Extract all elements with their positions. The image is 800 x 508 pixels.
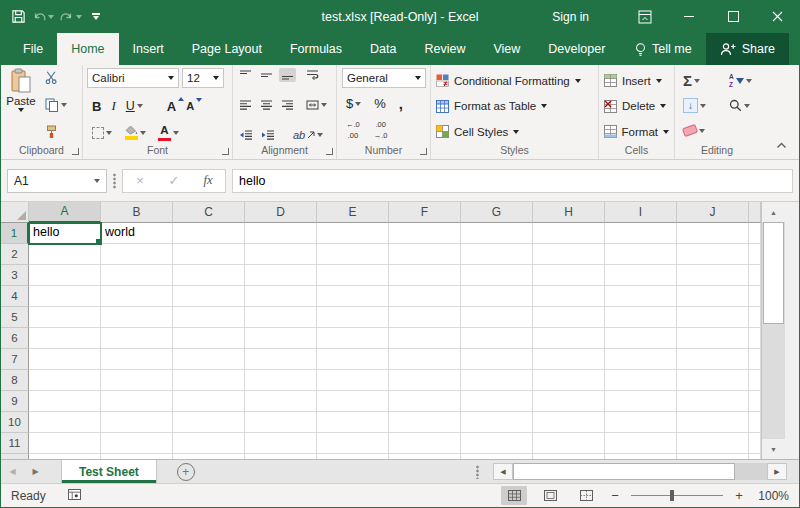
row-header-2[interactable]: 2: [1, 244, 29, 265]
cell-G12[interactable]: [461, 454, 533, 459]
cell-J6[interactable]: [677, 328, 749, 349]
scroll-down-button[interactable]: ▼: [762, 439, 785, 459]
fill-handle[interactable]: [95, 238, 101, 244]
cell-partial-12[interactable]: [749, 454, 761, 459]
cell-H3[interactable]: [533, 265, 605, 286]
cell-H5[interactable]: [533, 307, 605, 328]
undo-button[interactable]: [32, 11, 54, 23]
cell-J2[interactable]: [677, 244, 749, 265]
cell-E5[interactable]: [317, 307, 389, 328]
cell-J9[interactable]: [677, 391, 749, 412]
customize-qat-button[interactable]: [92, 13, 100, 20]
col-header-A[interactable]: A: [29, 202, 101, 223]
cell-partial-10[interactable]: [749, 412, 761, 433]
cell-partial-9[interactable]: [749, 391, 761, 412]
cell-A10[interactable]: [29, 412, 101, 433]
increase-font-size-button[interactable]: A: [165, 98, 178, 115]
col-header-C[interactable]: C: [173, 202, 245, 223]
cell-partial-5[interactable]: [749, 307, 761, 328]
clear-button[interactable]: [681, 125, 727, 136]
cell-A7[interactable]: [29, 349, 101, 370]
undo-dropdown-caret[interactable]: [48, 15, 54, 19]
formula-input[interactable]: hello: [232, 169, 793, 193]
autosum-button[interactable]: Σ: [681, 72, 727, 89]
cell-partial-8[interactable]: [749, 370, 761, 391]
cell-A5[interactable]: [29, 307, 101, 328]
cell-E2[interactable]: [317, 244, 389, 265]
cell-A9[interactable]: [29, 391, 101, 412]
insert-cells-button[interactable]: Insert: [601, 68, 672, 93]
cell-D7[interactable]: [245, 349, 317, 370]
cell-C4[interactable]: [173, 286, 245, 307]
wrap-text-button[interactable]: [304, 68, 321, 82]
cell-G6[interactable]: [461, 328, 533, 349]
vertical-scroll-thumb[interactable]: [763, 222, 784, 324]
cell-C10[interactable]: [173, 412, 245, 433]
cell-E11[interactable]: [317, 433, 389, 454]
cell-G11[interactable]: [461, 433, 533, 454]
align-right-button[interactable]: [279, 98, 296, 112]
sheet-nav-right-button[interactable]: ▶: [24, 460, 47, 483]
cell-I7[interactable]: [605, 349, 677, 370]
comma-style-button[interactable]: ,: [397, 94, 405, 113]
col-header-D[interactable]: D: [245, 202, 317, 223]
number-format-combo[interactable]: General: [342, 68, 426, 88]
sort-filter-button[interactable]: AZ: [727, 72, 763, 88]
decrease-decimal-button[interactable]: .00→.0: [372, 119, 390, 141]
delete-cells-button[interactable]: Delete: [601, 94, 672, 119]
cell-A11[interactable]: [29, 433, 101, 454]
find-select-button[interactable]: [727, 98, 763, 113]
clipboard-dialog-launcher-icon[interactable]: [72, 148, 79, 155]
cell-F10[interactable]: [389, 412, 461, 433]
row-header-9[interactable]: 9: [1, 391, 29, 412]
alignment-dialog-launcher-icon[interactable]: [326, 148, 333, 155]
cell-D10[interactable]: [245, 412, 317, 433]
col-header-partial[interactable]: [749, 202, 761, 223]
cell-C11[interactable]: [173, 433, 245, 454]
cell-H9[interactable]: [533, 391, 605, 412]
minimize-button[interactable]: [667, 0, 711, 33]
cell-I6[interactable]: [605, 328, 677, 349]
vertical-scrollbar[interactable]: ▲ ▼: [761, 202, 785, 459]
align-left-button[interactable]: [237, 98, 254, 112]
decrease-font-size-button[interactable]: A: [184, 99, 196, 113]
conditional-formatting-button[interactable]: Conditional Formatting: [433, 68, 596, 93]
cell-I1[interactable]: [605, 223, 677, 244]
new-sheet-button[interactable]: +: [177, 463, 195, 481]
cell-C9[interactable]: [173, 391, 245, 412]
zoom-in-button[interactable]: +: [733, 488, 745, 503]
row-header-1[interactable]: 1: [1, 223, 29, 244]
cell-partial-2[interactable]: [749, 244, 761, 265]
cell-J3[interactable]: [677, 265, 749, 286]
cell-G10[interactable]: [461, 412, 533, 433]
cell-H10[interactable]: [533, 412, 605, 433]
decrease-indent-button[interactable]: [237, 128, 255, 142]
cell-D11[interactable]: [245, 433, 317, 454]
cell-B8[interactable]: [101, 370, 173, 391]
cell-G8[interactable]: [461, 370, 533, 391]
accounting-format-button[interactable]: $: [344, 95, 363, 112]
cell-B6[interactable]: [101, 328, 173, 349]
redo-button[interactable]: [60, 11, 82, 23]
font-name-combo[interactable]: Calibri: [87, 68, 179, 88]
row-header-5[interactable]: 5: [1, 307, 29, 328]
cell-G7[interactable]: [461, 349, 533, 370]
row-header-4[interactable]: 4: [1, 286, 29, 307]
cell-I10[interactable]: [605, 412, 677, 433]
cell-C2[interactable]: [173, 244, 245, 265]
cell-D6[interactable]: [245, 328, 317, 349]
cell-E7[interactable]: [317, 349, 389, 370]
cell-D3[interactable]: [245, 265, 317, 286]
bottom-align-button[interactable]: [279, 68, 296, 82]
increase-decimal-button[interactable]: ←.0.00: [344, 119, 362, 141]
col-header-J[interactable]: J: [677, 202, 749, 223]
row-header-6[interactable]: 6: [1, 328, 29, 349]
bold-button[interactable]: B: [90, 98, 103, 115]
format-cells-button[interactable]: Format: [601, 119, 672, 144]
tab-developer[interactable]: Developer: [534, 33, 619, 65]
cell-G4[interactable]: [461, 286, 533, 307]
cell-E6[interactable]: [317, 328, 389, 349]
cell-C7[interactable]: [173, 349, 245, 370]
cell-A2[interactable]: [29, 244, 101, 265]
cell-partial-7[interactable]: [749, 349, 761, 370]
